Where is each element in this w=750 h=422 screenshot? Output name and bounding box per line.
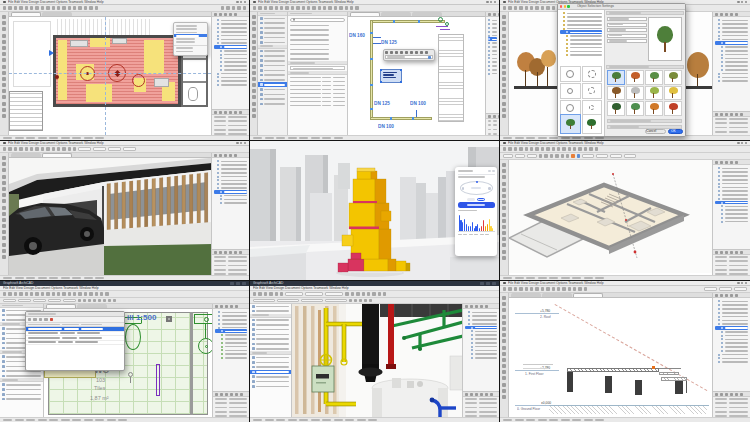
navigator-tree[interactable]: [713, 298, 750, 366]
tab-bar[interactable]: [348, 12, 485, 17]
delete-icon[interactable]: [50, 318, 53, 321]
context-menu-item[interactable]: [174, 40, 207, 43]
tree-item[interactable]: [214, 83, 247, 87]
toolbar-right-buttons[interactable]: [221, 6, 246, 9]
section-canvas[interactable]: +5,780 2. Roof +2,780 1. First Floor ±0,…: [509, 298, 712, 417]
library-folder[interactable]: [560, 53, 602, 57]
navigator-tree[interactable]: [486, 17, 499, 77]
parameter-fields[interactable]: [607, 17, 647, 45]
tool-strip[interactable]: [0, 153, 9, 275]
tool-strip[interactable]: [500, 12, 509, 135]
menu-items[interactable]: File Edit View Design Document Options T…: [258, 0, 354, 4]
menu-items[interactable]: File Edit View Design Document Options T…: [508, 141, 604, 145]
pipe-run-bottom[interactable]: [370, 117, 432, 120]
thumb[interactable]: [582, 114, 603, 134]
menu-items[interactable]: File Edit View Design Document Options T…: [8, 0, 104, 4]
menu-items[interactable]: File Edit View Design Document Options T…: [508, 281, 604, 285]
tree-item[interactable]: [488, 72, 497, 76]
object-thumb-selected[interactable]: [607, 70, 625, 85]
highlighted-zone-room[interactable]: [53, 35, 181, 107]
window-buttons[interactable]: [480, 282, 496, 285]
small-icons[interactable]: [349, 299, 372, 302]
tool-item[interactable]: [0, 397, 43, 402]
tree-item[interactable]: [465, 356, 497, 360]
tree-item[interactable]: [715, 79, 748, 83]
context-menu-item[interactable]: [174, 50, 207, 53]
symbol-preview-grid[interactable]: [560, 66, 602, 116]
cancel-button[interactable]: Cancel: [645, 129, 666, 134]
report-palette[interactable]: [25, 311, 125, 371]
toolbar-chips[interactable]: [704, 287, 747, 291]
toolbar-small-icons[interactable]: [78, 299, 116, 302]
toolbox-panel[interactable]: [250, 304, 292, 417]
edit-toolbar-icons[interactable]: [385, 51, 433, 54]
ok-button[interactable]: OK: [668, 129, 683, 134]
marker-flag-icon[interactable]: [49, 50, 54, 56]
menu-items[interactable]: File Edit View Design Document Options T…: [8, 141, 104, 145]
toggle-option-active[interactable]: [477, 198, 485, 201]
close-icon[interactable]: [492, 170, 494, 172]
library-tree-pane[interactable]: [558, 10, 605, 136]
tab-bar[interactable]: [44, 304, 212, 309]
toolbar-buttons[interactable]: [503, 287, 587, 290]
pen-color-icon[interactable]: [571, 154, 574, 157]
object-thumbnail-grid[interactable]: [607, 70, 682, 116]
pipe-run-top[interactable]: [370, 20, 445, 23]
navigator-tree[interactable]: [213, 309, 249, 361]
section-header[interactable]: [606, 11, 684, 15]
tool-item[interactable]: [250, 384, 291, 389]
tool-item[interactable]: [258, 102, 287, 107]
plan-canvas[interactable]: [9, 17, 211, 135]
tool-strip[interactable]: [250, 12, 258, 135]
toolbar-buttons[interactable]: [3, 6, 98, 9]
infobox-fields[interactable]: [582, 154, 636, 158]
tree-item[interactable]: [214, 201, 247, 205]
section-header[interactable]: [607, 119, 682, 123]
orientation-dial[interactable]: [460, 181, 493, 195]
floating-edit-toolbar[interactable]: [383, 49, 435, 61]
window-buttons[interactable]: [230, 282, 246, 285]
toolbar-buttons[interactable]: [253, 6, 359, 9]
tree-item[interactable]: [715, 360, 748, 364]
tree-item[interactable]: [715, 220, 748, 224]
navigator-tree[interactable]: [463, 309, 499, 361]
tool-strip[interactable]: [500, 160, 509, 275]
tree-item[interactable]: [215, 356, 247, 360]
dropdown-fields[interactable]: [253, 299, 347, 303]
zoom-icon[interactable]: [567, 5, 569, 7]
toolbar-buttons[interactable]: [3, 147, 76, 150]
pipe-run-vertical[interactable]: [370, 20, 373, 120]
fill-color-icon[interactable]: [577, 154, 580, 157]
toolbar-chips[interactable]: [78, 147, 136, 151]
navigator-tree[interactable]: [713, 17, 750, 85]
context-menu[interactable]: [173, 22, 208, 56]
toolbar-buttons[interactable]: [3, 292, 109, 295]
selected-label[interactable]: [380, 69, 402, 83]
toolbar-chips[interactable]: [285, 292, 343, 296]
infobox-icons[interactable]: [539, 154, 569, 157]
tool-strip[interactable]: [500, 293, 509, 417]
search-input[interactable]: [290, 18, 345, 22]
mep-3d-viewport[interactable]: [292, 304, 463, 417]
thumb-selected[interactable]: [560, 114, 581, 134]
toolbar-buttons[interactable]: [503, 147, 598, 150]
toggle-option[interactable]: [467, 198, 475, 201]
navigator-tree[interactable]: [713, 165, 750, 225]
elements-row[interactable]: [288, 103, 347, 107]
mep-toolbox[interactable]: [258, 12, 288, 135]
palette-icon[interactable]: [44, 318, 47, 321]
section-header[interactable]: [606, 65, 684, 69]
palette-icon[interactable]: [28, 318, 31, 321]
navigator-tree[interactable]: [212, 17, 249, 88]
object-settings-dialog[interactable]: Object Selection Settings: [557, 3, 686, 137]
toolbar-buttons[interactable]: [253, 292, 283, 295]
preview-thumbs[interactable]: [560, 114, 602, 134]
edit-input[interactable]: [385, 55, 433, 59]
palette-icon[interactable]: [33, 318, 36, 321]
3d-viewport[interactable]: [9, 158, 212, 276]
close-icon[interactable]: [560, 5, 562, 7]
infobox-chips[interactable]: [503, 154, 537, 158]
toolbar-chips[interactable]: [3, 299, 76, 303]
mep-canvas[interactable]: DN 160 DN 125 DN 125 DN 100 DN 100: [348, 12, 485, 135]
palette-icon[interactable]: [39, 318, 42, 321]
